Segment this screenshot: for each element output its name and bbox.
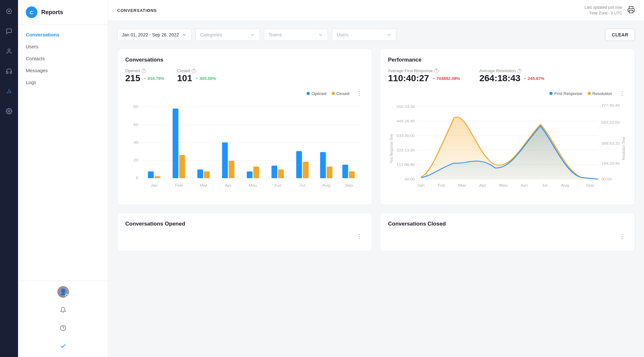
conversations-closed-card: Conversations Closed ⋮	[380, 213, 635, 251]
checkmark-icon[interactable]	[57, 340, 69, 352]
main-content: CONVERSATIONS Last updated just now Time…	[108, 0, 644, 357]
svg-text:444:26:40: 444:26:40	[396, 120, 415, 123]
svg-point-2	[8, 49, 10, 51]
resolution-change: 245.67%	[523, 76, 544, 81]
conversations-closed-title: Conversations Closed	[388, 221, 627, 227]
svg-text:00:00: 00:00	[601, 178, 612, 181]
svg-text:194:26:40: 194:26:40	[601, 162, 620, 165]
home-icon[interactable]	[3, 5, 15, 17]
svg-rect-35	[327, 167, 333, 178]
reports-icon[interactable]	[3, 85, 15, 97]
svg-text:Feb: Feb	[175, 183, 183, 187]
svg-rect-33	[303, 162, 308, 178]
svg-rect-24	[197, 169, 203, 178]
svg-rect-22	[173, 109, 178, 178]
closed-card-more-button[interactable]: ⋮	[617, 232, 627, 241]
last-updated-text: Last updated just now Time Zone - 0 UTC	[584, 5, 622, 16]
svg-rect-23	[179, 155, 185, 178]
perf-chart-more-button[interactable]: ⋮	[617, 89, 627, 98]
performance-stats: Average First Response ? 110:40:27 70488…	[388, 68, 627, 83]
settings-icon[interactable]	[3, 105, 15, 117]
performance-line-chart: 555:33:20 444:26:40 333:20:00 222:13:20 …	[388, 100, 627, 197]
users-filter[interactable]: Users	[332, 29, 396, 41]
svg-text:Apr: Apr	[479, 183, 486, 187]
sidebar-item-contacts[interactable]: Contacts	[18, 53, 108, 64]
svg-text:Jul: Jul	[299, 183, 305, 187]
svg-text:Mar: Mar	[458, 183, 466, 187]
sidebar-item-logs[interactable]: Logs	[18, 76, 108, 88]
svg-text:Feb: Feb	[438, 183, 445, 187]
sidebar-header: C Reports	[18, 0, 108, 25]
conversations-stats: Opened ? 215 834.78%	[125, 68, 364, 83]
closed-change: 405.00%	[195, 76, 216, 81]
print-icon[interactable]	[627, 6, 635, 15]
help-icon[interactable]	[57, 322, 69, 334]
svg-text:Jun: Jun	[520, 183, 528, 187]
conversations-card-title: Conversations	[125, 57, 364, 63]
sidebar-item-messages[interactable]: Messages	[18, 64, 108, 76]
svg-rect-36	[342, 165, 348, 178]
closed-help-icon[interactable]: ?	[192, 69, 196, 73]
svg-rect-9	[629, 10, 633, 13]
svg-rect-28	[247, 171, 252, 178]
user-profile-avatar[interactable]: 👤	[57, 286, 69, 298]
headphone-icon[interactable]	[3, 65, 15, 77]
svg-text:First Response Time: First Response Time	[389, 134, 393, 163]
filter-bar: Jan 01, 2022 - Sep 26, 2022 Categories T…	[117, 29, 635, 41]
sidebar-nav: Conversations Users Contacts Messages Lo…	[18, 25, 108, 281]
closed-stat: Closed ? 101 405.00%	[177, 68, 216, 83]
svg-text:Sep: Sep	[586, 183, 594, 187]
content-area: Jan 01, 2022 - Sep 26, 2022 Categories T…	[108, 21, 644, 357]
svg-rect-27	[229, 161, 234, 178]
sidebar-item-users[interactable]: Users	[18, 41, 108, 53]
first-response-help-icon[interactable]: ?	[434, 69, 439, 73]
notification-icon[interactable]	[57, 304, 69, 316]
categories-filter[interactable]: Categories	[195, 29, 260, 41]
contacts-icon[interactable]	[3, 45, 15, 57]
legend-closed: Closed	[332, 91, 349, 96]
svg-rect-32	[296, 151, 302, 178]
svg-text:80: 80	[133, 105, 138, 109]
svg-rect-21	[155, 176, 160, 178]
svg-rect-29	[253, 167, 259, 178]
resolution-help-icon[interactable]: ?	[517, 69, 522, 73]
svg-text:60: 60	[133, 123, 138, 127]
avg-first-response-stat: Average First Response ? 110:40:27 70488…	[388, 68, 460, 83]
svg-text:May: May	[249, 183, 257, 187]
chat-icon[interactable]	[3, 25, 15, 37]
svg-rect-31	[278, 169, 284, 178]
icon-strip	[0, 0, 18, 357]
conversations-chart-header: Opened Closed ⋮	[125, 89, 364, 98]
sidebar-title: Reports	[41, 9, 63, 16]
opened-change: 834.78%	[143, 76, 164, 81]
svg-text:Sep: Sep	[345, 183, 353, 187]
performance-chart-header: First Response Resolution ⋮	[388, 89, 627, 98]
svg-rect-20	[148, 171, 154, 178]
date-range-filter[interactable]: Jan 01, 2022 - Sep 26, 2022	[117, 29, 192, 41]
svg-text:Aug: Aug	[561, 183, 569, 187]
opened-help-icon[interactable]: ?	[141, 69, 146, 73]
svg-text:555:33:20: 555:33:20	[396, 105, 415, 108]
sidebar-item-conversations[interactable]: Conversations	[18, 29, 108, 41]
conversations-card: Conversations Opened ? 215 834.78%	[117, 49, 372, 205]
user-avatar: C	[26, 6, 37, 18]
legend-opened: Opened	[307, 91, 326, 96]
topbar: CONVERSATIONS Last updated just now Time…	[108, 0, 644, 21]
svg-text:Jul: Jul	[542, 183, 547, 187]
teams-filter[interactable]: Teams	[264, 29, 328, 41]
page-title: CONVERSATIONS	[117, 8, 157, 13]
svg-text:Resolution Time: Resolution Time	[621, 137, 625, 160]
svg-text:Jan: Jan	[150, 183, 158, 187]
svg-text:Apr: Apr	[225, 183, 232, 187]
conversations-bar-chart: 80 60 40 20 0	[125, 100, 364, 190]
svg-text:111:06:40: 111:06:40	[396, 163, 415, 166]
clear-button[interactable]: CLEAR	[605, 29, 635, 41]
conversations-opened-card: Conversations Opened ⋮	[117, 213, 372, 251]
conversations-opened-title: Conversations Opened	[125, 221, 364, 227]
opened-card-more-button[interactable]: ⋮	[355, 232, 364, 241]
svg-text:777:46:40: 777:46:40	[601, 104, 620, 107]
svg-point-6	[8, 111, 10, 112]
chart-more-button[interactable]: ⋮	[355, 89, 364, 98]
svg-text:Mar: Mar	[200, 183, 207, 187]
legend-first-response: First Response	[549, 91, 582, 96]
